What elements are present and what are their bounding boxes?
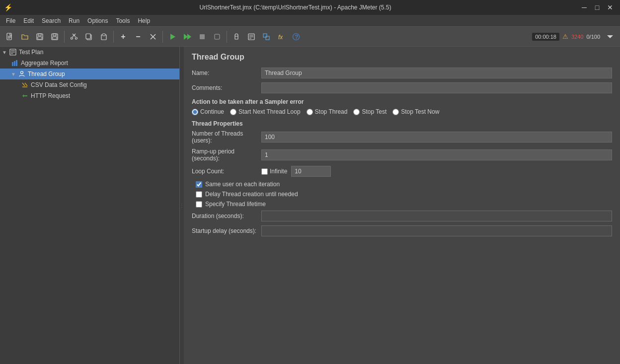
svg-line-44 xyxy=(22,83,25,86)
startup-delay-input[interactable] xyxy=(261,225,612,236)
thread-group-label: Thread Group xyxy=(28,71,65,77)
error-count: 3240 xyxy=(571,34,583,40)
specify-lifetime-label: Specify Thread lifetime xyxy=(205,201,266,208)
rampup-input[interactable] xyxy=(261,149,612,160)
add-button[interactable]: + xyxy=(116,30,130,44)
menu-item-search[interactable]: Search xyxy=(38,16,65,25)
radio-start-next-input[interactable] xyxy=(230,109,236,115)
menu-item-run[interactable]: Run xyxy=(65,16,83,25)
save-as-button[interactable]: + xyxy=(48,30,62,44)
rampup-row: Ramp-up period (seconds): xyxy=(192,148,612,162)
maximize-button[interactable]: □ xyxy=(591,1,603,13)
sep1 xyxy=(64,31,65,43)
menu-item-tools[interactable]: Tools xyxy=(112,16,134,25)
remove-button[interactable]: − xyxy=(131,30,145,44)
help-button[interactable]: ? xyxy=(289,30,303,44)
clear-button[interactable] xyxy=(146,30,160,44)
resize-handle[interactable]: ⋮ xyxy=(180,47,184,364)
thread-group-icon xyxy=(18,70,26,78)
copy-button[interactable] xyxy=(82,30,96,44)
sidebar-item-thread-group[interactable]: ▼ Thread Group xyxy=(0,69,179,79)
radio-continue-label: Continue xyxy=(200,108,224,115)
test-plan-label: Test Plan xyxy=(19,49,43,56)
sidebar-item-test-plan[interactable]: ▼ Test Plan xyxy=(0,47,179,58)
loop-count-input[interactable] xyxy=(291,166,331,177)
comments-input[interactable] xyxy=(261,82,612,93)
svg-rect-39 xyxy=(12,62,13,66)
open-button[interactable] xyxy=(18,30,32,44)
start-button[interactable] xyxy=(165,30,179,44)
comments-label: Comments: xyxy=(192,84,261,91)
timer-display: 00:00:18 xyxy=(532,33,559,41)
menu-item-edit[interactable]: Edit xyxy=(19,16,38,25)
collapse-arrow-test-plan[interactable]: ▼ xyxy=(2,50,9,55)
radio-start-next[interactable]: Start Next Thread Loop xyxy=(230,108,301,115)
close-button[interactable]: ✕ xyxy=(604,1,616,13)
sidebar-item-http-request[interactable]: HTTP Request xyxy=(0,90,179,101)
loop-count-row: Loop Count: Infinite xyxy=(192,166,612,177)
radio-stop-test[interactable]: Stop Test xyxy=(353,108,387,115)
infinite-checkbox[interactable] xyxy=(261,168,268,175)
main-area: ▼ Test Plan Aggregate Report ▼ Thread Gr… xyxy=(0,47,620,364)
loop-count-label: Loop Count: xyxy=(192,168,261,175)
menu-item-help[interactable]: Help xyxy=(134,16,154,25)
sep2 xyxy=(113,31,114,43)
radio-stop-test-now[interactable]: Stop Test Now xyxy=(392,108,439,115)
radio-stop-test-now-label: Stop Test Now xyxy=(401,108,439,115)
num-threads-input[interactable] xyxy=(261,132,612,143)
test-plan-icon xyxy=(9,48,17,56)
function-helper-button[interactable]: fx xyxy=(274,30,288,44)
aggregate-report-icon xyxy=(11,59,19,67)
radio-stop-test-label: Stop Test xyxy=(362,108,387,115)
infinite-text: Infinite xyxy=(270,168,287,175)
warning-icon: ⚠ xyxy=(562,33,568,40)
radio-continue[interactable]: Continue xyxy=(192,108,224,115)
stop-button[interactable] xyxy=(195,30,209,44)
svg-rect-29 xyxy=(263,34,267,37)
paste-button[interactable] xyxy=(97,30,111,44)
svg-marker-21 xyxy=(187,34,191,40)
shutdown-button[interactable] xyxy=(210,30,224,44)
svg-rect-16 xyxy=(86,34,90,39)
test-plan-button[interactable] xyxy=(259,30,273,44)
svg-point-42 xyxy=(21,72,23,74)
duration-label: Duration (seconds): xyxy=(192,213,261,219)
ssl-button[interactable] xyxy=(230,30,243,44)
duration-input[interactable] xyxy=(261,211,612,221)
title-bar: ⚡ UrlShortnerTest.jmx (C:\temp\UrlShortn… xyxy=(0,0,620,15)
specify-lifetime-checkbox[interactable] xyxy=(196,201,202,208)
cut-button[interactable] xyxy=(67,30,81,44)
same-user-checkbox[interactable] xyxy=(196,181,202,188)
delay-thread-checkbox[interactable] xyxy=(196,191,202,198)
specify-lifetime-row[interactable]: Specify Thread lifetime xyxy=(196,201,612,208)
title-text: UrlShortnerTest.jmx (C:\temp\UrlShortner… xyxy=(12,4,578,11)
svg-rect-43 xyxy=(19,74,24,74)
title-bar-controls: ─ □ ✕ xyxy=(578,1,616,13)
radio-continue-input[interactable] xyxy=(192,109,198,115)
sidebar-item-csv-data[interactable]: CSV Data Set Config xyxy=(0,79,179,90)
minimize-button[interactable]: ─ xyxy=(578,1,590,13)
infinite-label[interactable]: Infinite xyxy=(261,168,287,175)
log-button[interactable] xyxy=(244,30,258,44)
radio-stop-test-now-input[interactable] xyxy=(392,109,399,115)
delay-thread-row[interactable]: Delay Thread creation until needed xyxy=(196,191,612,198)
menu-item-options[interactable]: Options xyxy=(83,16,112,25)
menu-bar: FileEditSearchRunOptionsToolsHelp xyxy=(0,15,620,27)
start-no-pause-button[interactable] xyxy=(180,30,194,44)
save-button[interactable] xyxy=(33,30,47,44)
sep4 xyxy=(227,31,227,43)
radio-stop-thread[interactable]: Stop Thread xyxy=(307,108,348,115)
radio-stop-test-input[interactable] xyxy=(353,109,360,115)
radio-stop-thread-input[interactable] xyxy=(307,109,313,115)
sidebar-item-aggregate-report[interactable]: Aggregate Report xyxy=(0,58,179,69)
new-button[interactable] xyxy=(3,30,17,44)
expand-button[interactable] xyxy=(603,30,617,44)
name-input[interactable] xyxy=(261,68,612,78)
collapse-arrow-thread-group[interactable]: ▼ xyxy=(11,72,18,77)
name-label: Name: xyxy=(192,70,261,76)
radio-start-next-label: Start Next Thread Loop xyxy=(238,108,301,115)
same-user-label: Same user on each iteration xyxy=(205,181,280,188)
svg-rect-24 xyxy=(235,36,238,39)
same-user-row[interactable]: Same user on each iteration xyxy=(196,181,612,188)
menu-item-file[interactable]: File xyxy=(2,16,19,25)
